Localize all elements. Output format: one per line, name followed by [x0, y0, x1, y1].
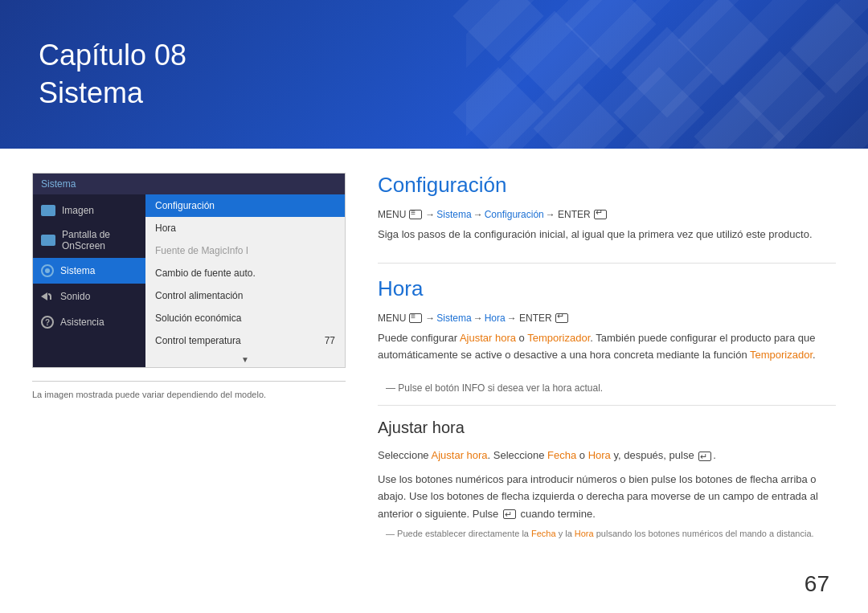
nav-label-pantalla: Pantalla de OnScreen: [62, 229, 137, 251]
hora-note: Pulse el botón INFO si desea ver la hora…: [378, 382, 836, 394]
dropdown-solucion: Solución económica: [145, 307, 345, 329]
hora-link-2: Hora: [575, 529, 594, 538]
sound-icon: [41, 290, 54, 303]
screen-icon: [41, 235, 55, 246]
nav-label-asistencia: Asistencia: [60, 317, 104, 328]
help-icon: ?: [41, 316, 54, 329]
temporizador-link-2: Temporizador: [750, 349, 813, 361]
fecha-link-1: Fecha: [547, 449, 576, 461]
menu-screenshot: Sistema Imagen Pantalla de OnScreen: [32, 173, 346, 368]
dropdown-temperatura: Control temperatura 77: [145, 329, 345, 352]
ajustar-hora-line1: Seleccione Ajustar hora. Seleccione Fech…: [378, 447, 836, 464]
dropdown-magicinfo: Fuente de MagicInfo I: [145, 239, 345, 262]
hora-description: Puede configurar Ajustar hora o Temporiz…: [378, 330, 836, 364]
temporizador-link-1: Temporizador: [527, 332, 590, 344]
gear-icon: [41, 264, 54, 277]
left-panel: Sistema Imagen Pantalla de OnScreen: [32, 173, 346, 597]
menu-dropdown: Configuración Hora Fuente de MagicInfo I…: [145, 194, 345, 367]
menu-sidebar: Imagen Pantalla de OnScreen Sistema: [33, 194, 345, 367]
configuracion-menu-path: MENU → Sistema → Configuración → ENTER: [378, 209, 836, 220]
page-number: 67: [805, 571, 829, 597]
nav-item-pantalla: Pantalla de OnScreen: [33, 223, 145, 258]
ajustar-hora-note: Puede establecer directamente la Fecha y…: [378, 529, 836, 538]
header-banner: Capítulo 08 Sistema: [0, 0, 868, 149]
main-content: Sistema Imagen Pantalla de OnScreen: [0, 149, 868, 613]
nav-label-sonido: Sonido: [60, 291, 90, 302]
enter-icon-ajustar: [698, 452, 711, 461]
configuracion-title: Configuración: [378, 173, 836, 198]
image-icon: [41, 205, 55, 216]
menu-header-label: Sistema: [33, 174, 345, 194]
menu-icon-config: [409, 210, 422, 219]
configuracion-description: Siga los pasos de la configuración inici…: [378, 227, 836, 243]
dropdown-hora: Hora: [145, 217, 345, 239]
chapter-label: Capítulo 08: [39, 39, 186, 72]
hora-title: Hora: [378, 276, 836, 301]
sidebar-nav: Imagen Pantalla de OnScreen Sistema: [33, 194, 145, 367]
dropdown-cambio-fuente: Cambio de fuente auto.: [145, 262, 345, 284]
fecha-link-2: Fecha: [531, 529, 556, 538]
nav-label-sistema: Sistema: [60, 265, 95, 276]
header-title: Capítulo 08 Sistema: [39, 37, 186, 112]
title-label: Sistema: [39, 76, 143, 109]
nav-item-asistencia: ? Asistencia: [33, 309, 145, 335]
enter-icon-config: [594, 210, 607, 219]
section-divider-1: [378, 263, 836, 264]
dropdown-control-alimentacion: Control alimentación: [145, 284, 345, 307]
dropdown-arrow-icon: ▼: [145, 352, 345, 367]
section-divider-2: [378, 405, 836, 406]
right-panel: Configuración MENU → Sistema → Configura…: [378, 173, 836, 597]
ajustar-hora-line2: Use los botones numéricos para introduci…: [378, 471, 836, 522]
footnote-area: La imagen mostrada puede variar dependie…: [32, 381, 346, 399]
enter-icon-termine: [503, 509, 516, 519]
nav-item-imagen: Imagen: [33, 198, 145, 223]
nav-label-imagen: Imagen: [62, 205, 94, 216]
hora-inline-link: Hora: [588, 449, 611, 461]
ajustar-hora-title: Ajustar hora: [378, 419, 836, 437]
menu-icon-hora: [409, 313, 422, 323]
enter-icon-hora: [555, 313, 568, 323]
dropdown-configuracion: Configuración: [145, 194, 345, 217]
ajustar-hora-inline-link: Ajustar hora: [432, 449, 488, 461]
ajustar-hora-link: Ajustar hora: [460, 332, 516, 344]
header-decoration: [426, 0, 868, 149]
nav-item-sonido: Sonido: [33, 284, 145, 309]
hora-menu-path: MENU → Sistema → Hora → ENTER: [378, 313, 836, 324]
nav-item-sistema: Sistema: [33, 258, 145, 284]
footnote-text: La imagen mostrada puede variar dependie…: [32, 390, 346, 399]
